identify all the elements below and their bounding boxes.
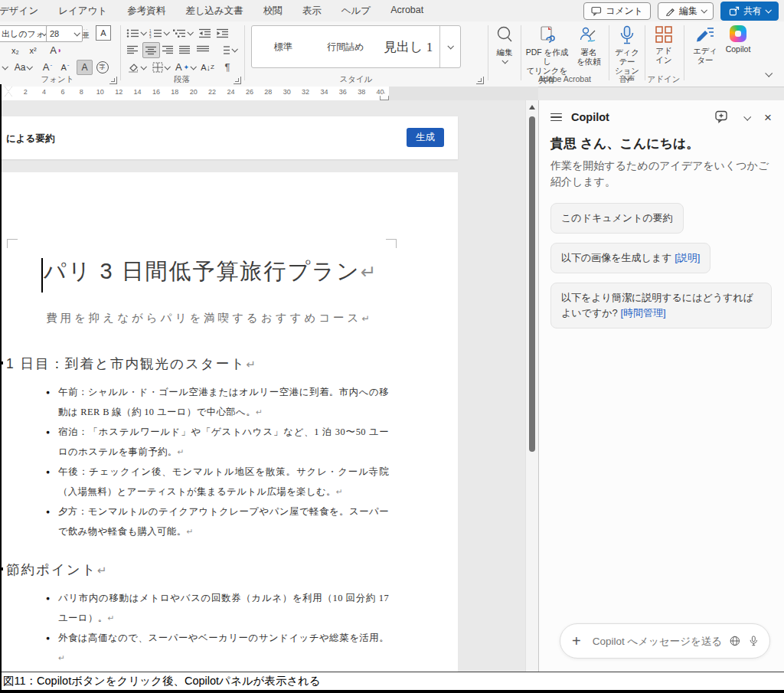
justify-button[interactable] (178, 43, 192, 57)
distribute-icon (197, 45, 210, 54)
share-button[interactable]: 共有 (720, 2, 779, 21)
document-title[interactable]: パリ 3 日間低予算旅行プラン↵ (44, 257, 376, 287)
grow-font-button[interactable]: Aˆ (40, 60, 55, 74)
formatting-marks-button[interactable]: ¶ (220, 60, 235, 74)
menu-tab-help[interactable]: ヘルプ (332, 5, 381, 18)
chevron-down-icon (701, 7, 707, 13)
paragraph-dialog-launcher[interactable] (234, 77, 241, 84)
borders-icon (152, 62, 163, 73)
style-no-spacing[interactable]: 行間詰め (315, 26, 377, 67)
chevron-down-icon (447, 43, 453, 49)
align-left-button[interactable] (126, 43, 140, 57)
chevron-down-icon (765, 7, 771, 13)
collapsed-dropdown[interactable] (1, 61, 8, 74)
voice-input-mic-icon[interactable] (750, 634, 758, 648)
menu-tab-view[interactable]: 表示 (292, 5, 332, 18)
character-border-button[interactable]: A (96, 25, 111, 41)
request-signature-button[interactable]: 署名 を依頼 (572, 25, 606, 66)
close-panel-icon[interactable]: × (764, 111, 772, 124)
comments-button[interactable]: コメント (583, 2, 651, 20)
multilevel-list-button[interactable] (172, 26, 193, 40)
editing-group-button[interactable]: 編集 (490, 25, 519, 64)
section-heading[interactable]: 1 日目：到着と市内観光のスタート↵ (0, 355, 389, 374)
shading-button[interactable] (126, 60, 147, 74)
character-shading-button[interactable]: A (77, 60, 93, 75)
menu-tab-layout[interactable]: レイアウト (48, 5, 117, 18)
bullet-list: パリ市内の移動はメトロやバスの回数券（カルネ）を利用（10 回分約 17 ユーロ… (47, 588, 389, 668)
copilot-summary-bar: による要約 生成 (0, 116, 458, 159)
attach-plus-icon[interactable]: + (572, 633, 581, 649)
pdf-link-icon (537, 25, 557, 45)
scroll-up-arrow[interactable] (529, 105, 535, 110)
increase-indent-button[interactable] (215, 26, 230, 40)
editing-mode-button[interactable]: 編集 (658, 2, 714, 20)
pencil-icon (665, 6, 675, 16)
suggestion-card[interactable]: 以下をより簡潔に説明するにはどうすればよいですか? [時間管理] (550, 283, 772, 329)
menubar-actions: コメント 編集 共有 (583, 2, 784, 21)
menu-tab-references[interactable]: 参考資料 (117, 5, 175, 18)
bullet-item[interactable]: パリ市内の移動はメトロやバスの回数券（カルネ）を利用（10 回分約 17 ユーロ… (47, 588, 389, 628)
scrollbar-thumb[interactable] (529, 116, 535, 452)
suggestion-cards: このドキュメントの要約 以下の画像を生成します [説明] 以下をより簡潔に説明す… (550, 203, 772, 329)
copilot-panel-header: Copilot × (539, 100, 784, 124)
copilot-message-input[interactable] (591, 635, 730, 648)
indent-marker-left[interactable] (5, 87, 12, 96)
menu-tab-design[interactable]: デザイン (0, 5, 48, 18)
distribute-button[interactable] (194, 43, 211, 57)
new-chat-icon[interactable] (715, 110, 730, 124)
suggestion-card[interactable]: 以下の画像を生成します [説明] (550, 243, 710, 273)
document-page[interactable]: パリ 3 日間低予算旅行プラン↵ 費用を抑えながらパリを満喫するおすすめコース↵… (0, 172, 458, 672)
generate-summary-button[interactable]: 生成 (407, 128, 444, 147)
copilot-message-box[interactable]: + (560, 623, 770, 659)
suggestion-card[interactable]: このドキュメントの要約 (550, 203, 684, 234)
borders-button[interactable] (150, 60, 172, 74)
decrease-indent-button[interactable] (198, 26, 213, 40)
horizontal-ruler[interactable]: 246810121416182022242628303234363840 (0, 87, 538, 100)
add-ins-button[interactable]: アド イン (647, 25, 681, 64)
bullet-item[interactable]: 外食は高価なので、スーパーやベーカリーのサンドイッチや総菜を活用。↵ (47, 628, 389, 668)
decrease-indent-icon (199, 28, 211, 38)
enclose-characters-button[interactable]: 字 (95, 60, 109, 74)
change-case-button[interactable]: Aa (12, 60, 34, 74)
section-heading[interactable]: 節約ポイント↵ (0, 561, 389, 580)
character-scaling-button[interactable]: A✦ (175, 60, 196, 74)
summary-bar-label: による要約 (6, 132, 54, 145)
suggestion-link[interactable]: [時間管理] (620, 307, 665, 319)
style-heading1[interactable]: 見出し 1 (377, 26, 439, 67)
web-globe-icon[interactable] (730, 634, 740, 648)
numbered-list-button[interactable]: 123 (149, 26, 169, 40)
styles-gallery-more-button[interactable] (439, 26, 460, 67)
dictation-button[interactable]: ディクテー ション (611, 25, 643, 80)
line-spacing-button[interactable] (217, 43, 237, 57)
styles-dialog-launcher[interactable] (476, 77, 484, 84)
menu-tab-acrobat[interactable]: Acrobat (381, 5, 433, 18)
align-right-button[interactable] (161, 43, 175, 57)
editor-button[interactable]: エディ ター (689, 25, 721, 64)
superscript-button[interactable]: x² (25, 44, 41, 57)
menu-hamburger-icon[interactable] (550, 113, 562, 122)
chevron-down-icon (27, 64, 33, 70)
menu-tab-mailings[interactable]: 差し込み文書 (175, 5, 253, 18)
menu-tab-review[interactable]: 校閲 (253, 5, 292, 18)
align-center-button[interactable] (142, 42, 160, 58)
style-normal[interactable]: 標準 (252, 26, 315, 67)
bullet-item[interactable]: 宿泊：「ホステルワールド」や「ゲストハウス」など、1 泊 30〜50 ユーロのホ… (47, 422, 389, 462)
shrink-font-button[interactable]: Aˇ (57, 60, 73, 74)
font-dialog-launcher[interactable] (109, 77, 117, 84)
phonetic-guide-button[interactable]: ･･ 亜 (79, 25, 93, 41)
bullet-item[interactable]: 午後：チェックイン後、モンマルトル地区を散策。サクレ・クール寺院（入場無料）とア… (47, 462, 389, 502)
document-subtitle[interactable]: 費用を抑えながらパリを満喫するおすすめコース↵ (46, 311, 370, 325)
subscript-button[interactable]: x₂ (8, 44, 23, 57)
suggestion-link[interactable]: [説明] (675, 252, 700, 263)
font-size-combo[interactable]: 28 (46, 25, 83, 42)
sort-button[interactable]: A↓Z (199, 60, 216, 74)
collapse-panel-chevron-icon[interactable] (743, 113, 751, 120)
bullet-item[interactable]: 夕方：モンマルトルのテイクアウトクレープやパン屋で軽食を。スーパーで飲み物や軽食… (47, 502, 389, 541)
collapse-ribbon-button[interactable] (760, 67, 776, 80)
copilot-button[interactable]: Copilot (720, 25, 756, 54)
text-effects-button[interactable]: A◗ (47, 42, 64, 57)
bulleted-list-button[interactable] (126, 26, 146, 40)
vertical-scrollbar[interactable] (525, 100, 538, 672)
font-name-combo[interactable]: 出しのフォン (0, 25, 50, 42)
bullet-item[interactable]: 午前：シャルル・ド・ゴール空港またはオルリー空港に到着。市内への移動は RER … (47, 382, 389, 422)
